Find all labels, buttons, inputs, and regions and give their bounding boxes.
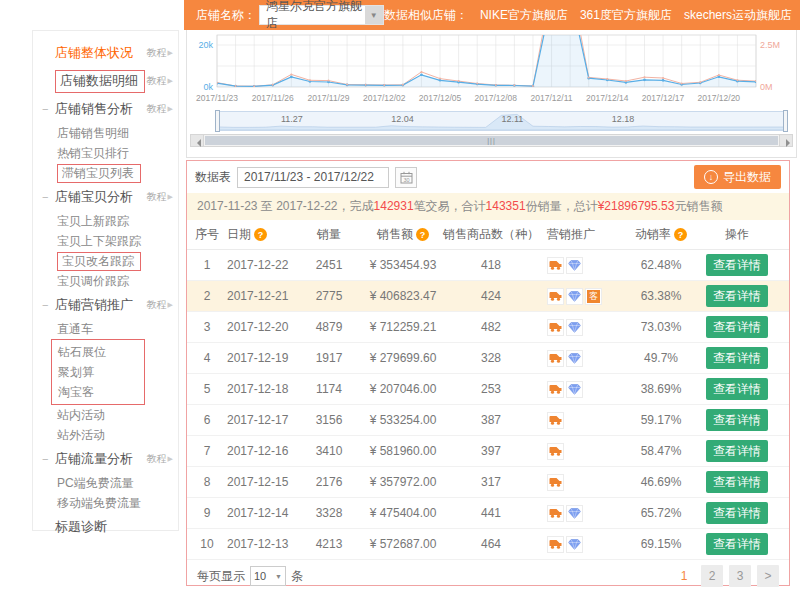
pagination: 123> — [667, 565, 779, 587]
chart-navigator[interactable]: 11.2712.0412.1112.18 — [217, 111, 786, 131]
view-detail-button[interactable]: 查看详情 — [706, 471, 768, 493]
sidebar-subitem-7[interactable]: 宝贝上新跟踪 — [33, 211, 178, 231]
cell-date: 2017-12-16 — [219, 444, 299, 458]
per-page-label: 每页显示 — [197, 568, 245, 585]
collapse-icon[interactable]: − — [42, 299, 48, 311]
cell-amount: ¥ 572687.00 — [359, 537, 447, 551]
date-range-input[interactable]: 2017/11/23 - 2017/12/22 — [237, 167, 389, 188]
view-detail-button[interactable]: 查看详情 — [706, 502, 768, 524]
promo-car-icon — [547, 288, 564, 305]
table-footer: 每页显示 10 ▼ 条 123> — [187, 560, 789, 592]
page-button-3[interactable]: 3 — [729, 565, 751, 587]
sidebar-item-label: 店铺销售分析 — [55, 100, 133, 118]
view-detail-button[interactable]: 查看详情 — [706, 378, 768, 400]
calendar-icon[interactable]: 30 — [395, 167, 417, 188]
cell-seq: 6 — [195, 413, 219, 427]
sidebar-subitem-14[interactable]: 聚划算 — [52, 362, 144, 382]
sidebar-subitem-9[interactable]: 宝贝改名跟踪 — [33, 251, 178, 271]
sidebar-item-21[interactable]: 标题诊断 — [33, 513, 178, 541]
sidebar-subitem-10[interactable]: 宝贝调价跟踪 — [33, 271, 178, 291]
promo-car-icon — [547, 381, 564, 398]
sidebar-subitem-13[interactable]: 钻石展位 — [52, 342, 144, 362]
sidebar-item-2[interactable]: −店铺销售分析教程▶ — [33, 95, 178, 123]
sidebar-item-18[interactable]: −店铺流量分析教程▶ — [33, 445, 178, 473]
page-button-2[interactable]: 2 — [701, 565, 723, 587]
view-detail-button[interactable]: 查看详情 — [706, 533, 768, 555]
similar-stores-label: 数据相似店铺： — [384, 7, 468, 24]
data-panel: 数据表 2017/11/23 - 2017/12/22 30 ↓ 导出数据 20… — [186, 160, 790, 586]
collapse-icon[interactable]: − — [42, 453, 48, 465]
similar-store-link-3[interactable]: skechers运动旗舰店 — [684, 7, 792, 24]
scrollbar-thumb[interactable]: ||| — [205, 136, 778, 145]
svg-text:2.5M: 2.5M — [760, 40, 780, 50]
view-detail-button[interactable]: 查看详情 — [706, 254, 768, 276]
sidebar-subitem-4[interactable]: 热销宝贝排行 — [33, 143, 178, 163]
view-detail-button[interactable]: 查看详情 — [706, 409, 768, 431]
sidebar-subitem-15[interactable]: 淘宝客 — [52, 382, 144, 402]
cell-date: 2017-12-13 — [219, 537, 299, 551]
navigator-right-handle[interactable] — [783, 110, 788, 132]
store-select[interactable]: 鸿星尔克官方旗舰店 ▼ — [259, 5, 384, 25]
sidebar-subitem-label: 宝贝改名跟踪 — [57, 252, 141, 271]
promo-car-icon — [547, 257, 564, 274]
sidebar-item-label: 店铺整体状况 — [55, 44, 133, 62]
per-page-select[interactable]: 10 ▼ — [250, 566, 286, 586]
view-detail-button[interactable]: 查看详情 — [706, 347, 768, 369]
sidebar-item-0[interactable]: 店铺整体状况教程▶ — [33, 39, 178, 67]
collapse-icon[interactable]: − — [42, 103, 48, 115]
navigator-left-handle[interactable] — [215, 110, 220, 132]
promo-car-icon — [547, 319, 564, 336]
help-icon[interactable]: ? — [254, 228, 267, 241]
collapse-icon[interactable]: − — [42, 191, 48, 203]
next-page-button[interactable]: > — [757, 565, 779, 587]
datatable-label: 数据表 — [195, 169, 231, 186]
scroll-left-arrow-icon[interactable] — [191, 135, 204, 146]
similar-store-link-1[interactable]: NIKE官方旗舰店 — [480, 7, 568, 24]
sidebar-item-11[interactable]: −店铺营销推广教程▶ — [33, 291, 178, 319]
view-detail-button[interactable]: 查看详情 — [706, 440, 768, 462]
cell-rate: 49.7% — [629, 351, 693, 365]
cell-date: 2017-12-14 — [219, 506, 299, 520]
export-data-button[interactable]: ↓ 导出数据 — [694, 165, 781, 189]
tutorial-link[interactable]: 教程▶ — [147, 298, 173, 312]
cell-rate: 65.72% — [629, 506, 693, 520]
view-detail-button[interactable]: 查看详情 — [706, 285, 768, 307]
cell-products: 397 — [447, 444, 535, 458]
cell-action: 查看详情 — [693, 347, 781, 369]
sidebar-subitem-3[interactable]: 店铺销售明细 — [33, 123, 178, 143]
tutorial-link[interactable]: 教程▶ — [147, 102, 173, 116]
sidebar-item-6[interactable]: −店铺宝贝分析教程▶ — [33, 183, 178, 211]
summary-prefix: 2017-11-23 至 2017-12-22，完成 — [197, 199, 374, 213]
help-icon[interactable]: ? — [416, 228, 429, 241]
cell-date: 2017-12-22 — [219, 258, 299, 272]
page-button-1[interactable]: 1 — [673, 565, 695, 587]
sidebar-subitem-20[interactable]: 移动端免费流量 — [33, 493, 178, 513]
sidebar-subitem-16[interactable]: 站内活动 — [33, 405, 178, 425]
similar-store-link-2[interactable]: 361度官方旗舰店 — [580, 7, 672, 24]
promo-car-icon — [547, 536, 564, 553]
view-detail-button[interactable]: 查看详情 — [706, 316, 768, 338]
summary-mid2: 份销量，总计 — [526, 199, 598, 213]
sidebar-subitem-17[interactable]: 站外活动 — [33, 425, 178, 445]
scroll-right-arrow-icon[interactable] — [779, 135, 792, 146]
table-row: 82017-12-152176¥ 357972.0031746.69%查看详情 — [187, 467, 789, 498]
table-row: 12017-12-222451¥ 353454.9341862.48%查看详情 — [187, 250, 789, 281]
chart-scrollbar[interactable]: ||| — [190, 134, 793, 147]
sidebar-subitem-5[interactable]: 滞销宝贝列表 — [33, 163, 178, 183]
sidebar-subitem-19[interactable]: PC端免费流量 — [33, 473, 178, 493]
sidebar-subitem-12[interactable]: 直通车 — [33, 319, 178, 339]
store-name-label: 店铺名称： — [196, 7, 256, 24]
chevron-down-icon[interactable]: ▼ — [365, 6, 383, 24]
sidebar-item-1[interactable]: 店铺数据明细教程▶ — [33, 67, 178, 95]
sidebar-subitem-8[interactable]: 宝贝上下架跟踪 — [33, 231, 178, 251]
promo-diamond-icon — [566, 536, 583, 553]
tutorial-link[interactable]: 教程▶ — [147, 46, 173, 60]
tutorial-link[interactable]: 教程▶ — [147, 452, 173, 466]
table-row: 42017-12-191917¥ 279699.6032849.7%查看详情 — [187, 343, 789, 374]
cell-seq: 4 — [195, 351, 219, 365]
navigator-date-label: 12.11 — [502, 114, 524, 124]
help-icon[interactable]: ? — [674, 228, 687, 241]
summary-suffix: 元销售额 — [674, 199, 722, 213]
tutorial-link[interactable]: 教程▶ — [147, 190, 173, 204]
tutorial-link[interactable]: 教程▶ — [147, 74, 173, 88]
